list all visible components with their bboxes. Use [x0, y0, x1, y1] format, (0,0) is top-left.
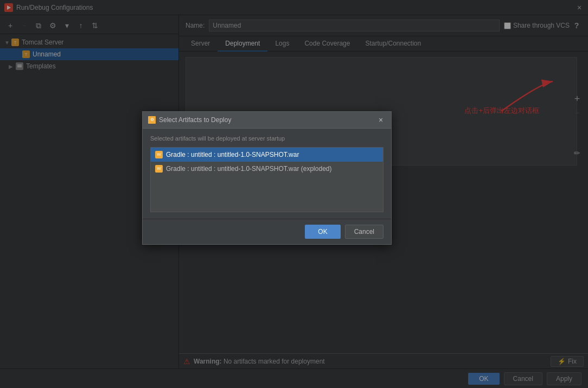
artifact-exploded-label: Gradle : untitled : untitled-1.0-SNAPSHO…: [166, 165, 331, 173]
artifact-war-icon: W: [155, 151, 163, 158]
dialog-footer: OK Cancel: [143, 219, 391, 244]
dialog-title-icon: ⚙: [148, 116, 156, 124]
dialog-list-item[interactable]: W Gradle : untitled : untitled-1.0-SNAPS…: [151, 162, 383, 176]
dialog-ok-button[interactable]: OK: [305, 225, 340, 239]
artifact-war-label: Gradle : untitled : untitled-1.0-SNAPSHO…: [166, 151, 299, 158]
select-artifacts-dialog: ⚙ Select Artifacts to Deploy × Selected …: [142, 111, 392, 245]
artifact-exploded-icon: W: [155, 165, 163, 173]
dialog-list-item[interactable]: W Gradle : untitled : untitled-1.0-SNAPS…: [151, 148, 383, 162]
dialog-title: ⚙ Select Artifacts to Deploy: [148, 116, 231, 124]
dialog-cancel-button[interactable]: Cancel: [345, 225, 384, 239]
dialog-title-bar: ⚙ Select Artifacts to Deploy ×: [143, 112, 391, 129]
dialog-body: Selected artifacts will be deployed at s…: [143, 129, 391, 219]
dialog-overlay: ⚙ Select Artifacts to Deploy × Selected …: [0, 0, 588, 388]
dialog-close-button[interactable]: ×: [376, 115, 386, 125]
dialog-artifacts-list: W Gradle : untitled : untitled-1.0-SNAPS…: [150, 147, 384, 212]
dialog-description: Selected artifacts will be deployed at s…: [150, 135, 384, 142]
